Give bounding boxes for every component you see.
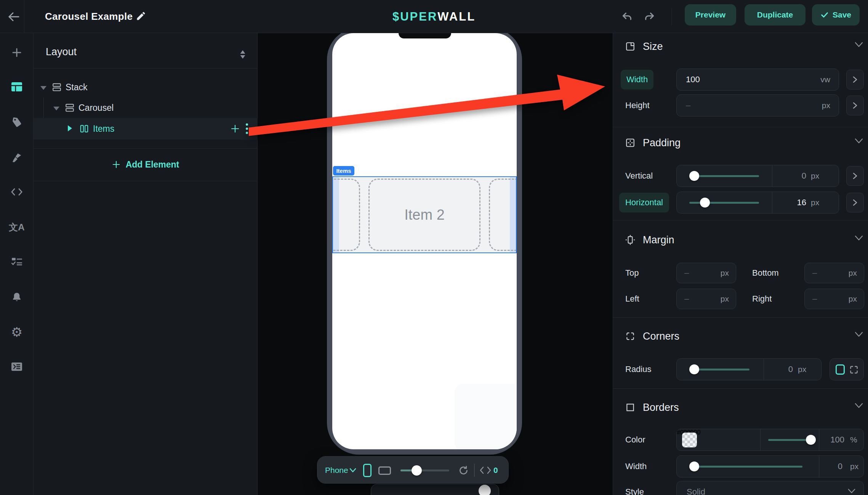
- edit-title-button[interactable]: [136, 11, 146, 21]
- margin-left-input[interactable]: – px: [676, 289, 736, 309]
- uniform-radius-button[interactable]: [836, 364, 845, 375]
- size-section-header[interactable]: Size: [625, 39, 663, 54]
- add-element-button[interactable]: Add Element: [34, 148, 258, 181]
- slider-track[interactable]: [689, 175, 759, 177]
- notifications-tab-button[interactable]: [11, 291, 22, 303]
- icon-rail: 文A ⚙: [0, 33, 34, 495]
- zoom-slider-knob[interactable]: [412, 465, 422, 476]
- duplicate-button[interactable]: Duplicate: [745, 4, 806, 26]
- borders-section-header[interactable]: Borders: [625, 400, 679, 415]
- tree-row-stack[interactable]: Stack: [34, 77, 258, 97]
- padding-vertical-expand-button[interactable]: [846, 166, 864, 186]
- code-tab-button[interactable]: [11, 187, 23, 197]
- height-unit[interactable]: px: [822, 95, 830, 116]
- tags-tab-button[interactable]: [11, 117, 22, 128]
- layout-tab-button[interactable]: [11, 81, 23, 92]
- opacity-slider-knob[interactable]: [806, 435, 816, 445]
- slider-track[interactable]: [689, 466, 802, 468]
- field-divider: [760, 429, 761, 450]
- border-opacity-value: 100: [823, 429, 844, 450]
- margin-top-label: Top: [625, 268, 639, 278]
- height-expand-button[interactable]: [846, 96, 864, 115]
- corner-mode-toggle: [830, 358, 864, 380]
- corner-radius-unit: px: [798, 359, 806, 380]
- color-swatch[interactable]: [682, 433, 697, 447]
- add-icon-button[interactable]: [11, 47, 22, 58]
- zoom-slider-track[interactable]: [400, 469, 449, 471]
- plus-icon: [231, 124, 240, 133]
- height-input[interactable]: – px: [676, 94, 839, 117]
- localization-tab-button[interactable]: 文A: [9, 221, 24, 233]
- tree-label: Stack: [66, 77, 88, 97]
- chevron-down-icon[interactable]: [854, 402, 863, 409]
- tree-row-carousel[interactable]: Carousel: [34, 97, 258, 118]
- border-width-control[interactable]: 0 px: [676, 455, 864, 477]
- redo-button[interactable]: [642, 9, 657, 24]
- margin-section-header[interactable]: Margin: [625, 232, 674, 248]
- chevron-down-icon[interactable]: [854, 42, 863, 48]
- border-color-control[interactable]: #000000 100 %: [676, 429, 864, 451]
- code-view-button[interactable]: [480, 466, 491, 474]
- width-unit[interactable]: vw: [820, 69, 830, 90]
- corners-section-header[interactable]: Corners: [625, 329, 679, 344]
- borders-icon: [625, 402, 635, 412]
- margin-top-input[interactable]: – px: [676, 263, 736, 283]
- chevron-right-icon: [852, 102, 858, 109]
- add-child-button[interactable]: [231, 124, 240, 133]
- chevron-down-icon[interactable]: [349, 468, 356, 473]
- border-style-select[interactable]: Solid: [676, 481, 864, 495]
- chevron-down-icon[interactable]: [854, 235, 863, 241]
- tree-row-items[interactable]: Items: [34, 118, 258, 140]
- caret-down-icon[interactable]: [40, 86, 46, 90]
- save-button[interactable]: Save: [812, 4, 860, 26]
- undo-button[interactable]: [620, 9, 635, 24]
- border-color-label: Color: [625, 435, 645, 445]
- corner-radius-control[interactable]: 0 px: [676, 358, 822, 380]
- padding-vertical-control[interactable]: 0 px: [676, 165, 839, 187]
- preview-button[interactable]: Preview: [685, 4, 736, 26]
- device-select[interactable]: Phone: [325, 457, 348, 484]
- row-menu-button[interactable]: [245, 123, 248, 134]
- console-tab-button[interactable]: [11, 361, 23, 372]
- corners-icon: [849, 365, 859, 375]
- width-input[interactable]: 100 vw: [676, 69, 839, 91]
- padding-horizontal-expand-button[interactable]: [846, 193, 864, 212]
- preview-label: Preview: [695, 10, 725, 19]
- back-button[interactable]: [5, 8, 22, 25]
- rules-tab-button[interactable]: [11, 256, 22, 267]
- width-label-pill[interactable]: Width: [621, 70, 653, 89]
- slider-knob[interactable]: [689, 364, 699, 374]
- width-expand-button[interactable]: [846, 70, 864, 89]
- section-divider: [613, 388, 868, 389]
- chevron-down-icon[interactable]: [854, 331, 863, 337]
- refresh-button[interactable]: [458, 465, 469, 476]
- screen-footer-block: [455, 384, 517, 449]
- margin-bottom-label: Bottom: [752, 268, 779, 278]
- slider-knob[interactable]: [689, 171, 699, 181]
- caret-right-icon[interactable]: [68, 125, 72, 131]
- padding-section-title: Padding: [643, 137, 681, 149]
- caret-down-icon[interactable]: [53, 107, 59, 110]
- slider-knob[interactable]: [700, 198, 710, 208]
- margin-left-unit: px: [721, 289, 729, 309]
- padding-icon: [625, 138, 635, 148]
- canvas[interactable]: Item 2 Items Phone 0: [258, 33, 613, 495]
- padding-section-header[interactable]: Padding: [625, 135, 681, 150]
- panel-divider: [34, 68, 258, 69]
- margin-right-unit: px: [849, 289, 857, 309]
- inspector-panel: Size Width 100 vw Height – px Pa: [613, 33, 868, 495]
- landscape-mode-button[interactable]: [378, 466, 391, 475]
- margin-right-input[interactable]: – px: [804, 289, 864, 309]
- padding-horizontal-label-pill[interactable]: Horizontal: [619, 193, 669, 212]
- settings-tab-button[interactable]: ⚙: [11, 324, 22, 340]
- sort-layers-button[interactable]: [239, 50, 247, 59]
- theme-tab-button[interactable]: [11, 152, 22, 163]
- margin-left-label: Left: [625, 294, 639, 304]
- slider-knob[interactable]: [689, 461, 699, 471]
- chevron-down-icon[interactable]: [854, 138, 863, 144]
- items-selection[interactable]: Item 2: [332, 176, 517, 253]
- per-corner-radius-button[interactable]: [849, 365, 859, 375]
- margin-bottom-input[interactable]: – px: [804, 263, 864, 283]
- padding-horizontal-control[interactable]: 16 px: [676, 192, 839, 214]
- portrait-mode-button[interactable]: [363, 464, 372, 477]
